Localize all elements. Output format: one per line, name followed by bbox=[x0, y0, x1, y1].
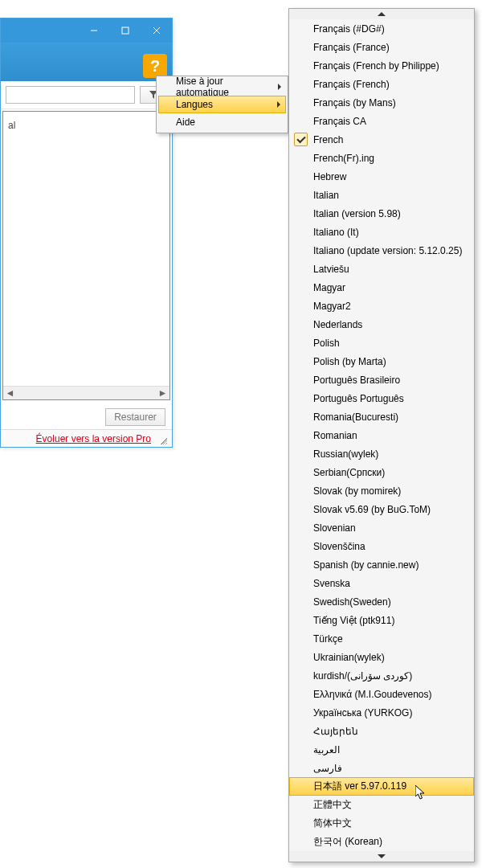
language-option[interactable]: kurdish/(کوردی سۆرانی) bbox=[289, 666, 474, 685]
menu-item-aide[interactable]: Aide bbox=[158, 113, 286, 131]
language-label: Português Português bbox=[313, 393, 404, 404]
language-option[interactable]: Spanish (by cannie.new) bbox=[289, 555, 474, 574]
language-option[interactable]: Romanian bbox=[289, 426, 474, 444]
language-label: Hebrew bbox=[313, 171, 346, 182]
menu-item-langues[interactable]: Langues bbox=[158, 96, 286, 113]
statusbar: Évoluer vers la version Pro bbox=[1, 429, 172, 447]
language-option[interactable]: Ukrainian(wylek) bbox=[289, 648, 474, 666]
minimize-button[interactable] bbox=[78, 18, 109, 43]
language-option[interactable]: Slovenščina bbox=[289, 537, 474, 555]
help-button[interactable]: ? bbox=[143, 54, 167, 78]
language-label: Polish (by Marta) bbox=[313, 356, 386, 367]
language-label: Serbian(Српски) bbox=[313, 467, 385, 478]
restore-button[interactable]: Restaurer bbox=[105, 408, 165, 426]
language-label: French bbox=[313, 134, 343, 145]
language-label: فارسی bbox=[313, 763, 342, 774]
language-option[interactable]: French(Fr).ing bbox=[289, 149, 474, 167]
language-label: 한국어 (Korean) bbox=[313, 835, 382, 849]
resize-grip[interactable] bbox=[156, 433, 167, 444]
language-option[interactable]: French bbox=[289, 130, 474, 149]
upgrade-pro-link[interactable]: Évoluer vers la version Pro bbox=[36, 433, 151, 444]
language-option[interactable]: Français CA bbox=[289, 112, 474, 130]
filter-row bbox=[1, 81, 172, 109]
language-option[interactable]: فارسی bbox=[289, 759, 474, 777]
language-label: French(Fr).ing bbox=[313, 153, 374, 164]
scroll-up-button[interactable] bbox=[289, 9, 474, 19]
language-option[interactable]: Polish (by Marta) bbox=[289, 352, 474, 371]
language-option[interactable]: Italian bbox=[289, 186, 474, 204]
button-row: Restaurer bbox=[1, 402, 172, 432]
language-label: Magyar bbox=[313, 282, 345, 293]
language-label: Italian (version 5.98) bbox=[313, 208, 401, 219]
language-label: Tiếng Việt (ptk911) bbox=[313, 615, 394, 626]
language-option[interactable]: Ελληνικά (M.I.Goudevenos) bbox=[289, 685, 474, 703]
language-label: Italiano (update version: 5.12.0.25) bbox=[313, 245, 462, 256]
language-label: Português Brasileiro bbox=[313, 375, 400, 386]
language-option[interactable]: Français (France) bbox=[289, 38, 474, 56]
language-label: Slovenščina bbox=[313, 541, 365, 552]
language-option[interactable]: 正體中文 bbox=[289, 796, 474, 814]
language-option[interactable]: Magyar bbox=[289, 278, 474, 297]
horizontal-scrollbar[interactable]: ◄ ► bbox=[3, 386, 169, 399]
scroll-left-icon[interactable]: ◄ bbox=[3, 387, 17, 400]
language-option[interactable]: Serbian(Српски) bbox=[289, 463, 474, 481]
language-label: Ukrainian(wylek) bbox=[313, 652, 385, 663]
close-button[interactable] bbox=[141, 18, 172, 43]
language-option[interactable]: Hebrew bbox=[289, 167, 474, 186]
language-label: Romania(Bucuresti) bbox=[313, 411, 398, 423]
language-option[interactable]: Italiano (It) bbox=[289, 223, 474, 241]
language-label: Français (by Mans) bbox=[313, 97, 396, 108]
maximize-button[interactable] bbox=[109, 18, 141, 43]
language-option[interactable]: العربية bbox=[289, 740, 474, 759]
menu-item-label: Aide bbox=[176, 117, 195, 128]
language-option[interactable]: Magyar2 bbox=[289, 297, 474, 315]
language-label: Türkçe bbox=[313, 633, 343, 645]
language-option[interactable]: 日本語 ver 5.97.0.119 bbox=[289, 777, 474, 796]
language-label: kurdish/(کوردی سۆرانی) bbox=[313, 670, 412, 682]
list-item-label: al bbox=[8, 117, 165, 134]
language-label: Français CA bbox=[313, 116, 366, 127]
languages-menu: Français (#DG#)Français (France)Français… bbox=[288, 8, 475, 862]
svg-rect-1 bbox=[122, 27, 129, 34]
language-option[interactable]: Swedish(Sweden) bbox=[289, 592, 474, 611]
languages-list: Français (#DG#)Français (France)Français… bbox=[289, 19, 474, 851]
language-option[interactable]: Français (French by Philippe) bbox=[289, 56, 474, 75]
language-label: Slovak (by momirek) bbox=[313, 485, 401, 497]
language-option[interactable]: Russian(wylek) bbox=[289, 444, 474, 463]
language-option[interactable]: Polish bbox=[289, 334, 474, 352]
language-option[interactable]: Українська (YURKOG) bbox=[289, 703, 474, 722]
language-label: Italian bbox=[313, 190, 339, 201]
scroll-right-icon[interactable]: ► bbox=[156, 387, 169, 400]
language-label: Latviešu bbox=[313, 264, 349, 275]
close-icon bbox=[153, 27, 161, 35]
language-option[interactable]: Slovak (by momirek) bbox=[289, 481, 474, 500]
chevron-up-icon bbox=[378, 12, 386, 16]
language-label: 简体中文 bbox=[313, 817, 352, 830]
language-label: Slovak v5.69 (by BuG.ToM) bbox=[313, 504, 431, 515]
language-option[interactable]: Italian (version 5.98) bbox=[289, 204, 474, 223]
language-option[interactable]: Português Brasileiro bbox=[289, 371, 474, 389]
language-option[interactable]: Slovak v5.69 (by BuG.ToM) bbox=[289, 500, 474, 518]
search-input[interactable] bbox=[6, 86, 135, 104]
language-label: Magyar2 bbox=[313, 301, 351, 312]
language-option[interactable]: Romania(Bucuresti) bbox=[289, 407, 474, 426]
language-option[interactable]: Nederlands bbox=[289, 315, 474, 334]
language-label: 日本語 ver 5.97.0.119 bbox=[313, 780, 406, 793]
language-option[interactable]: Português Português bbox=[289, 389, 474, 407]
language-option[interactable]: Français (#DG#) bbox=[289, 19, 474, 38]
scroll-down-button[interactable] bbox=[289, 851, 474, 862]
language-option[interactable]: Svenska bbox=[289, 574, 474, 592]
menu-item-mise-jour-automatique[interactable]: Mise à jour automatique bbox=[158, 78, 286, 96]
language-label: Українська (YURKOG) bbox=[313, 707, 412, 719]
language-option[interactable]: Français (by Mans) bbox=[289, 93, 474, 112]
language-option[interactable]: 한국어 (Korean) bbox=[289, 833, 474, 851]
content-list: al ◄ ► bbox=[2, 111, 170, 400]
language-option[interactable]: Slovenian bbox=[289, 518, 474, 537]
language-option[interactable]: Türkçe bbox=[289, 629, 474, 648]
language-option[interactable]: Latviešu bbox=[289, 260, 474, 278]
language-option[interactable]: Tiếng Việt (ptk911) bbox=[289, 611, 474, 629]
language-option[interactable]: 简体中文 bbox=[289, 814, 474, 833]
language-option[interactable]: Italiano (update version: 5.12.0.25) bbox=[289, 241, 474, 260]
language-option[interactable]: Français (French) bbox=[289, 75, 474, 93]
language-option[interactable]: Հայերեն bbox=[289, 722, 474, 740]
